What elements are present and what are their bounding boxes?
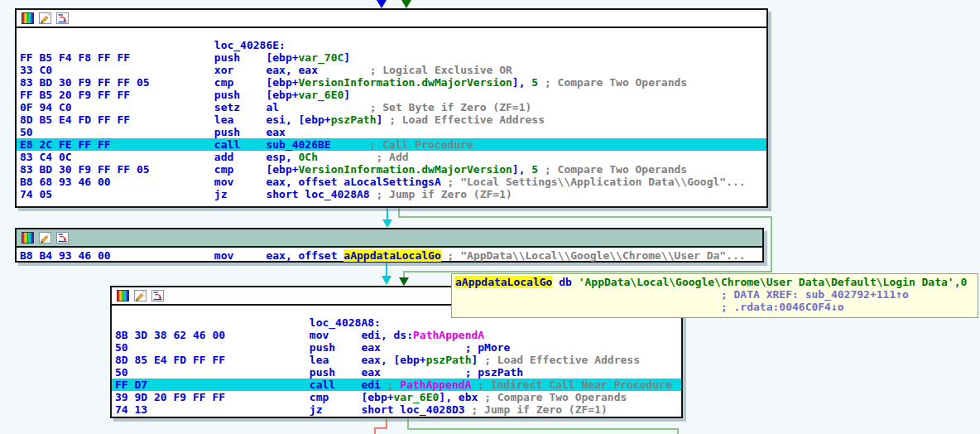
asm-line[interactable]: 0F 94 C0 setz al ; Set Byte if Zero (ZF=…: [20, 101, 766, 113]
entry-edge-green-arrowhead: [401, 0, 411, 8]
asm-line[interactable]: 74 13 jz short loc_4028D3 ; Jump if Zero…: [115, 403, 681, 416]
asm-line[interactable]: 39 9D 20 F9 FF FF cmp [ebp+var_6E0], ebx…: [115, 391, 681, 403]
basic-block-loc_40286E[interactable]: loc_40286E:FF B5 F4 F8 FF FF push [ebp+v…: [15, 8, 768, 208]
node-color-button[interactable]: [116, 289, 130, 302]
entry-edge-blue-arrowhead: [377, 0, 387, 8]
hint-popup: aAppdataLocalGo db 'AppData\Local\Google…: [451, 273, 978, 318]
asm-line[interactable]: 83 C4 0C add esp, 0Ch ; Add: [20, 151, 766, 163]
fallthrough-edge-mid-arrowhead: [382, 276, 392, 285]
asm-line[interactable]: 33 C0 xor eax, eax ; Logical Exclusive O…: [20, 64, 766, 76]
asm-line[interactable]: aAppdataLocalGo db 'AppData\Local\Google…: [455, 276, 974, 288]
palette-icon: [22, 12, 34, 24]
pencil-icon: [134, 290, 147, 301]
asm-line[interactable]: loc_40286E:: [20, 39, 766, 51]
jump-taken-edge-green-arrowhead: [399, 277, 409, 286]
asm-line[interactable]: 74 05 jz short loc_4028A8 ; Jump if Zero…: [20, 188, 766, 200]
node-body: loc_40286E:FF B5 F4 F8 FF FF push [ebp+v…: [17, 28, 766, 200]
asm-line[interactable]: ; DATA XREF: sub_402792+111↑o: [455, 288, 974, 301]
asm-line[interactable]: 50 push eax ; pszPath: [115, 366, 681, 379]
node-titlebar[interactable]: [17, 10, 766, 28]
node-chart-button[interactable]: [55, 12, 70, 25]
exit-edge-red: [375, 418, 387, 434]
asm-line[interactable]: 83 BD 30 F9 FF FF 05 cmp [ebp+VersionInf…: [20, 76, 766, 89]
node-color-button[interactable]: [21, 231, 35, 244]
node-color-button[interactable]: [21, 12, 35, 25]
chart-icon: [56, 12, 69, 24]
node-edit-button[interactable]: [38, 12, 52, 25]
node-edit-button[interactable]: [38, 231, 52, 244]
asm-line[interactable]: 50 push eax ; pMore: [115, 341, 681, 354]
node-edit-button[interactable]: [133, 289, 147, 302]
asm-line[interactable]: 83 BD 30 F9 FF FF 05 cmp [ebp+VersionInf…: [20, 163, 766, 176]
asm-line[interactable]: B8 B4 93 46 00 mov eax, offset aAppdataL…: [20, 249, 762, 262]
asm-line[interactable]: B8 68 93 46 00 mov eax, offset aLocalSet…: [20, 176, 766, 188]
node-body: loc_4028A8:8B 3D 38 62 46 00 mov edi, ds…: [112, 306, 681, 416]
palette-icon: [22, 232, 34, 244]
asm-line[interactable]: loc_4028A8:: [115, 316, 681, 329]
node-chart-button[interactable]: [55, 231, 70, 244]
node-chart-button[interactable]: [151, 289, 165, 302]
basic-block-mov-appdata[interactable]: B8 B4 93 46 00 mov eax, offset aAppdataL…: [15, 228, 764, 263]
node-titlebar[interactable]: [17, 229, 762, 248]
chart-icon: [151, 290, 164, 301]
fallthrough-edge-top-arrowhead: [382, 219, 392, 228]
palette-icon: [117, 290, 129, 301]
asm-line-highlighted[interactable]: E8 2C FE FF FF call sub_4026BE ; Call Pr…: [17, 138, 766, 151]
exit-edge-green: [408, 418, 678, 434]
asm-line[interactable]: 50 push eax: [20, 126, 766, 138]
asm-line-highlighted[interactable]: FF D7 call edi ; PathAppendA ; Indirect …: [112, 379, 681, 391]
asm-line[interactable]: 8D 85 E4 FD FF FF lea eax, [ebp+pszPath]…: [115, 354, 681, 366]
asm-line[interactable]: 8D B5 E4 FD FF FF lea esi, [ebp+pszPath]…: [20, 113, 766, 126]
asm-line[interactable]: ; .rdata:0046C0F4↓o: [455, 301, 974, 313]
asm-line[interactable]: 8B 3D 38 62 46 00 mov edi, ds:PathAppend…: [115, 329, 681, 341]
node-body: B8 B4 93 46 00 mov eax, offset aAppdataL…: [17, 248, 762, 262]
asm-line[interactable]: FF B5 F4 F8 FF FF push [ebp+var_70C]: [20, 51, 766, 64]
pencil-icon: [39, 12, 51, 24]
asm-line[interactable]: FF B5 20 F9 FF FF push [ebp+var_6E0]: [20, 89, 766, 101]
pencil-icon: [39, 232, 51, 244]
chart-icon: [56, 232, 69, 244]
